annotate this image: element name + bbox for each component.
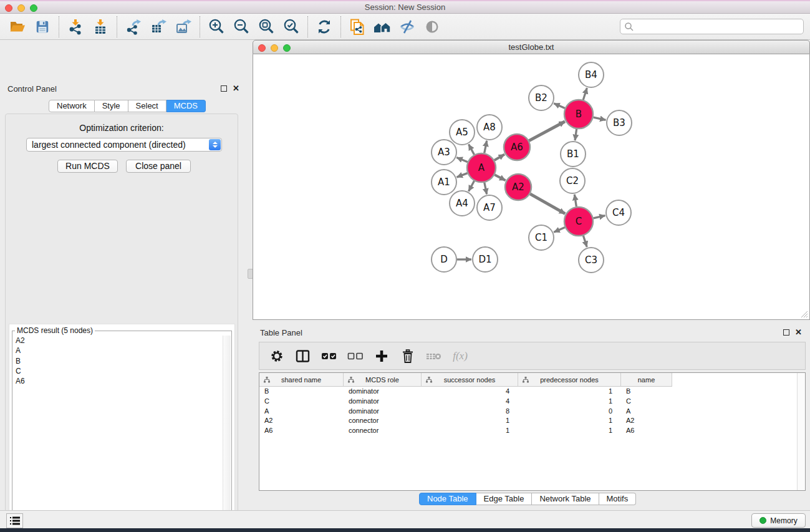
- duplicate-network-button[interactable]: [345, 16, 370, 38]
- result-item[interactable]: A2: [14, 336, 221, 346]
- deselect-all-checkboxes-button[interactable]: [347, 347, 364, 365]
- export-network-button[interactable]: [121, 16, 146, 38]
- network-window-titlebar[interactable]: testGlobe.txt: [253, 40, 810, 54]
- resize-grip-icon[interactable]: [799, 309, 808, 318]
- close-panel-button[interactable]: Close panel: [126, 160, 191, 173]
- minimize-window-button[interactable]: [271, 44, 278, 52]
- tab-motifs[interactable]: Motifs: [599, 493, 637, 505]
- graph-edge[interactable]: [457, 173, 468, 178]
- function-builder-button[interactable]: f(x): [451, 347, 469, 365]
- neighbors-button[interactable]: [370, 16, 395, 38]
- graph-edge[interactable]: [469, 144, 475, 155]
- graph-node-A7[interactable]: A7: [477, 195, 502, 220]
- graph-node-A1[interactable]: A1: [432, 170, 456, 195]
- zoom-out-button[interactable]: [229, 16, 254, 38]
- zoom-window-button[interactable]: [30, 4, 37, 12]
- graph-edge[interactable]: [554, 228, 565, 233]
- tab-network-table[interactable]: Network Table: [532, 493, 599, 505]
- graph-edge[interactable]: [456, 157, 468, 162]
- node-table[interactable]: shared name MCDS role successor nodes pr…: [259, 372, 806, 491]
- table-scrollbar[interactable]: [797, 373, 805, 490]
- graph-node-B[interactable]: B: [564, 100, 593, 128]
- graph-edge[interactable]: [593, 216, 605, 218]
- close-panel-icon[interactable]: ✕: [795, 329, 802, 336]
- network-graph[interactable]: B4B2BB3A8A5A6A3B1AA1C2A2A4A7C4CC1C3DD1: [253, 54, 809, 319]
- graph-node-D1[interactable]: D1: [473, 247, 498, 272]
- table-row[interactable]: Cdominator41C: [259, 397, 805, 407]
- graph-node-C3[interactable]: C3: [579, 248, 604, 273]
- result-item[interactable]: A6: [14, 376, 221, 386]
- graph-node-C4[interactable]: C4: [606, 200, 631, 225]
- graph-node-A4[interactable]: A4: [450, 191, 475, 216]
- graph-node-A5[interactable]: A5: [450, 120, 475, 145]
- column-header-mcds-role[interactable]: MCDS role: [344, 373, 422, 387]
- graph-node-B3[interactable]: B3: [607, 110, 632, 135]
- tab-style[interactable]: Style: [95, 100, 128, 112]
- minimize-window-button[interactable]: [17, 4, 25, 12]
- column-header-successor-nodes[interactable]: successor nodes: [422, 373, 518, 387]
- network-canvas[interactable]: B4B2BB3A8A5A6A3B1AA1C2A2A4A7C4CC1C3DD1: [253, 54, 810, 320]
- close-window-button[interactable]: [258, 44, 266, 52]
- table-row[interactable]: A2connector11A2: [259, 416, 805, 426]
- graph-edge[interactable]: [494, 155, 504, 160]
- refresh-layout-button[interactable]: [312, 16, 337, 38]
- graph-node-A2[interactable]: A2: [505, 174, 531, 200]
- graph-edge[interactable]: [575, 129, 577, 140]
- result-scrollbar[interactable]: [223, 336, 231, 532]
- graph-edge[interactable]: [485, 183, 487, 195]
- graph-node-A8[interactable]: A8: [477, 115, 502, 140]
- task-history-button[interactable]: [6, 513, 23, 528]
- memory-button[interactable]: Memory: [751, 513, 806, 528]
- graph-edge[interactable]: [485, 141, 487, 153]
- select-all-checkboxes-button[interactable]: [321, 347, 338, 365]
- search-box[interactable]: [620, 19, 804, 34]
- table-row[interactable]: A6connector11A6: [259, 426, 805, 436]
- graph-edge[interactable]: [574, 195, 576, 207]
- column-header-name[interactable]: name: [621, 373, 672, 387]
- export-table-button[interactable]: [146, 16, 171, 38]
- search-input[interactable]: [634, 21, 803, 33]
- table-row[interactable]: Bdominator41B: [259, 387, 805, 397]
- network-window-controls[interactable]: [258, 44, 291, 52]
- zoom-selected-button[interactable]: [279, 16, 304, 38]
- run-mcds-button[interactable]: Run MCDS: [57, 160, 118, 173]
- zoom-in-button[interactable]: [204, 16, 229, 38]
- graph-edge[interactable]: [469, 181, 475, 191]
- close-window-button[interactable]: [5, 4, 12, 12]
- graph-node-B2[interactable]: B2: [529, 85, 554, 110]
- window-controls[interactable]: [5, 4, 37, 12]
- export-image-button[interactable]: [171, 16, 196, 38]
- zoom-window-button[interactable]: [283, 44, 291, 52]
- float-panel-icon[interactable]: [221, 85, 227, 92]
- result-item[interactable]: C: [14, 366, 221, 376]
- graph-edge[interactable]: [583, 88, 587, 100]
- graph-edge[interactable]: [530, 194, 565, 214]
- delete-column-button[interactable]: [399, 347, 417, 365]
- column-layout-button[interactable]: [294, 347, 312, 365]
- graph-edge[interactable]: [494, 175, 505, 180]
- result-item[interactable]: B: [14, 356, 221, 366]
- graph-node-C[interactable]: C: [564, 207, 593, 236]
- save-session-button[interactable]: [30, 16, 55, 38]
- column-header-predecessor-nodes[interactable]: predecessor nodes: [518, 373, 621, 387]
- delete-table-button[interactable]: [425, 347, 443, 365]
- result-item[interactable]: A: [14, 346, 221, 355]
- import-table-button[interactable]: [88, 16, 113, 38]
- graph-node-B4[interactable]: B4: [579, 62, 604, 87]
- graph-node-A6[interactable]: A6: [504, 134, 530, 160]
- import-network-button[interactable]: [63, 16, 88, 38]
- tab-mcds[interactable]: MCDS: [166, 100, 206, 112]
- graph-node-C2[interactable]: C2: [560, 168, 585, 193]
- tab-network[interactable]: Network: [49, 100, 95, 112]
- graph-node-D[interactable]: D: [432, 247, 456, 272]
- show-details-button[interactable]: [420, 16, 445, 38]
- tab-select[interactable]: Select: [128, 100, 166, 112]
- column-header-shared-name[interactable]: shared name: [259, 373, 344, 387]
- graph-edge[interactable]: [529, 122, 565, 141]
- graph-edge[interactable]: [583, 236, 587, 247]
- table-row[interactable]: Adominator80A: [259, 407, 805, 417]
- graph-edge[interactable]: [593, 117, 605, 120]
- graph-edge[interactable]: [554, 104, 565, 109]
- graph-node-A[interactable]: A: [467, 153, 496, 182]
- table-settings-button[interactable]: [268, 347, 286, 365]
